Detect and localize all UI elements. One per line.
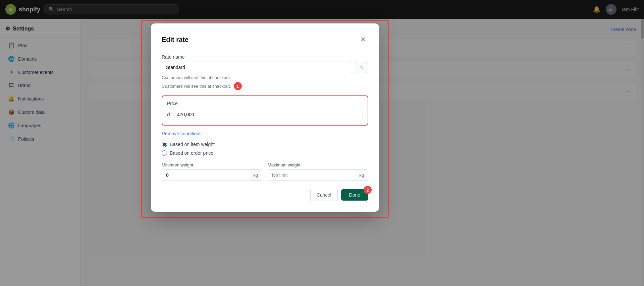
rate-hint: Customers will see this at checkout. [162, 75, 368, 80]
modal-header: Edit rate ✕ [162, 34, 368, 45]
price-label: Price [167, 101, 363, 106]
done-btn-wrapper: 2 Done [341, 189, 368, 201]
checkout-hint: Customers will see this at checkout. [162, 84, 231, 89]
min-weight-input-row: kg [162, 169, 262, 181]
min-weight-field: Minimum weight kg [162, 162, 262, 181]
radio-item-weight-input[interactable] [162, 142, 167, 147]
min-weight-input[interactable] [162, 170, 249, 181]
price-section: Price ₫ [162, 95, 368, 126]
max-weight-field: Maximum weight kg [268, 162, 368, 181]
modal-close-button[interactable]: ✕ [358, 34, 368, 45]
radio-item-weight[interactable]: Based on item weight [162, 142, 368, 147]
rate-name-field: Rate name ⇅ Customers will see this at c… [162, 54, 368, 80]
radio-group: Based on item weight Based on order pric… [162, 142, 368, 156]
min-weight-label: Minimum weight [162, 162, 262, 167]
weight-row: Minimum weight kg Maximum weight kg [162, 162, 368, 181]
badge-1: 1 [234, 82, 242, 90]
modal-title: Edit rate [162, 36, 189, 44]
rate-name-select-button[interactable]: ⇅ [355, 62, 368, 73]
price-input-row: ₫ [167, 109, 363, 120]
price-input[interactable] [173, 109, 363, 120]
max-weight-label: Maximum weight [268, 162, 368, 167]
radio-item-weight-label: Based on item weight [170, 142, 215, 147]
radio-order-price[interactable]: Based on order price [162, 150, 368, 156]
rate-name-label: Rate name [162, 54, 368, 60]
rate-name-input[interactable] [162, 62, 352, 73]
max-weight-input-row: kg [268, 169, 368, 181]
currency-symbol: ₫ [167, 112, 170, 117]
max-weight-unit: kg [355, 170, 368, 181]
radio-order-price-input[interactable] [162, 150, 167, 156]
rate-name-row: ⇅ [162, 62, 368, 73]
min-weight-unit: kg [249, 170, 262, 181]
badge-2: 2 [364, 186, 372, 194]
remove-conditions-button[interactable]: Remove conditions [162, 131, 202, 136]
max-weight-input[interactable] [268, 170, 355, 181]
modal-footer: Cancel 2 Done [162, 189, 368, 201]
cancel-button[interactable]: Cancel [310, 189, 338, 201]
chevron-updown-icon: ⇅ [360, 65, 363, 70]
edit-rate-modal: Edit rate ✕ Rate name ⇅ Customers will s… [151, 23, 379, 212]
radio-order-price-label: Based on order price [170, 150, 213, 156]
